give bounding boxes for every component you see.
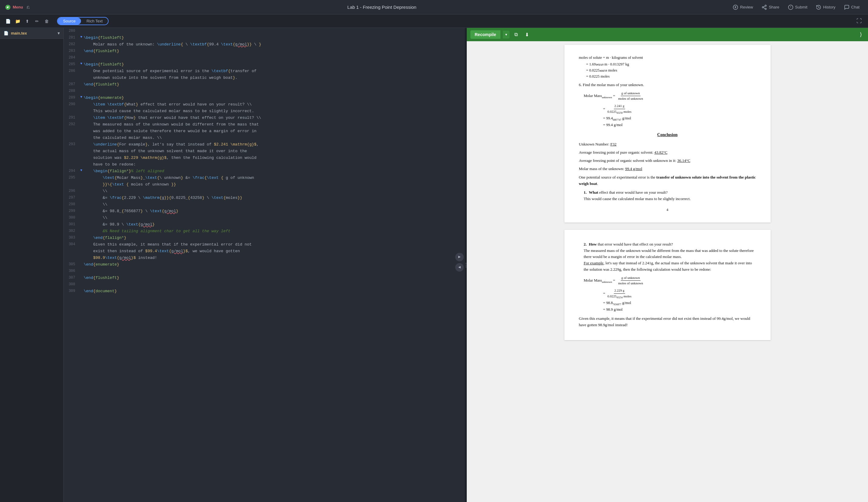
- preview-panel: Recompile ▾ ⧉ ⬇ ⟩ moles of solute = m · …: [467, 28, 868, 502]
- chevron-down-icon: ▾: [58, 31, 60, 35]
- submit-icon: [788, 4, 793, 10]
- moles-calculations: = 1.69₃₆₂₁₈ m · 0.013297 kg = 0.0225₄₃₂₅…: [586, 61, 756, 80]
- table-row: 302 &% Need tailing alignment char to ge…: [64, 228, 465, 234]
- table-row: 287 \end{flushleft}: [64, 81, 465, 88]
- molar-mass-equation-2: Molar Massunknown = g of unknown moles o…: [584, 275, 756, 286]
- app-logo[interactable]: Menu: [5, 4, 23, 10]
- undo-icon[interactable]: ⎌: [27, 4, 30, 10]
- file-name: main.tex: [11, 31, 27, 35]
- new-file-button[interactable]: 📄: [4, 17, 12, 25]
- table-row: 308: [64, 281, 465, 288]
- editor-nav-right[interactable]: ▶: [455, 253, 464, 261]
- table-row: 297 &= \frac{2.229 \ \mathrm{g}}{0.0225_…: [64, 195, 465, 201]
- preview-content[interactable]: moles of solute = m · kilograms of solve…: [467, 41, 868, 502]
- table-row: 291 \item \textbf{How} that error would …: [64, 115, 465, 121]
- preview-toolbar: Recompile ▾ ⧉ ⬇ ⟩: [467, 28, 868, 41]
- item-2: 2. How that error would have that effect…: [584, 241, 756, 273]
- minimize-preview-button[interactable]: ⟩: [857, 30, 864, 39]
- molar-mass-equation: Molar Massunknown = g of unknown moles o…: [584, 91, 756, 102]
- table-row: 304 Given this example, it means that if…: [64, 241, 465, 248]
- table-row: 285 ▼ \begin{flushleft}: [64, 61, 465, 68]
- table-row: This would cause the calculated molar ma…: [64, 108, 465, 115]
- recompile-dropdown[interactable]: ▾: [503, 31, 509, 39]
- editor-content: 280 281 ▼ \begin{flushleft} 282 Molar ma…: [64, 28, 465, 295]
- avg-freezing-unknown-line: Average freezing point of organic solven…: [579, 158, 756, 164]
- molar-calc-lines-2: = 2.229 g0.022543254 moles = 98.87656877…: [603, 288, 756, 313]
- table-row: 286 One potential source of experimental…: [64, 68, 465, 75]
- table-row: the calculated molar mass. \\: [64, 135, 465, 141]
- chat-button[interactable]: Chat: [840, 3, 863, 12]
- source-tab[interactable]: Source: [58, 18, 81, 24]
- table-row: $98.9\text{g/mol}$ instead!: [64, 255, 465, 261]
- table-row: 307 \end{flushleft}: [64, 275, 465, 281]
- table-row: unknown solute into the solvent from the…: [64, 75, 465, 81]
- overleaf-icon: [5, 4, 11, 10]
- main-area: 📄 main.tex ▾ 280 281 ▼ \begin{flushleft}…: [0, 28, 868, 502]
- expand-editor-button[interactable]: ⛶: [854, 17, 864, 25]
- share-icon: [762, 4, 767, 10]
- calc-line: = 0.0225 moles: [586, 73, 756, 80]
- history-button[interactable]: History: [812, 3, 839, 12]
- upload-button[interactable]: ⬆: [23, 17, 32, 25]
- conclusion-title: Conclusion: [579, 132, 756, 138]
- editor-nav-left[interactable]: ◀: [455, 263, 464, 272]
- rich-text-tab[interactable]: Rich Text: [81, 18, 108, 24]
- molar-calc-lines: = 2.241 g0.022543258 moles = 99.46887747…: [603, 103, 756, 128]
- table-row: 301 &= 98.9 \ \text{g/mol}: [64, 221, 465, 228]
- table-row: 305 \end{enumerate}: [64, 261, 465, 268]
- submit-button[interactable]: Submit: [784, 3, 811, 12]
- copy-preview-button[interactable]: ⧉: [512, 30, 520, 39]
- item-1: 1. What effect that error would have on …: [584, 189, 756, 202]
- table-row: exist then instead of $99.4\text{g/mol}$…: [64, 248, 465, 255]
- svg-point-2: [765, 5, 766, 6]
- delete-button[interactable]: 🗑: [42, 17, 51, 25]
- editor-toolbar: 📄 📁 ⬆ ✏ 🗑 Source Rich Text ⛶: [0, 14, 868, 28]
- table-row: the actual mass of the unknown solvent t…: [64, 148, 465, 155]
- chat-icon: [844, 4, 849, 10]
- code-editor[interactable]: 280 281 ▼ \begin{flushleft} 282 Molar ma…: [64, 28, 465, 502]
- history-icon: [816, 4, 821, 10]
- svg-point-4: [765, 8, 766, 10]
- table-row: 299 &= 98.8_{7656877} \ \text{g/mol}: [64, 208, 465, 215]
- table-row: 300 \\: [64, 215, 465, 221]
- moles-line-1: moles of solute = m · kilograms of solve…: [579, 54, 756, 61]
- share-button[interactable]: Share: [758, 3, 783, 12]
- find-molar-label: 6. Find the molar mass of your unknown.: [579, 82, 756, 88]
- source-rich-toggle: Source Rich Text: [57, 17, 108, 25]
- page-title: Lab 1 - Freezing Point Depression: [34, 4, 729, 10]
- menu-label[interactable]: Menu: [13, 5, 23, 9]
- molar-mass-unknown-line: Molar mass of the unknown: 99.4 g/mol: [579, 166, 756, 172]
- table-row: 293 \underline{For example}, let's say t…: [64, 141, 465, 148]
- table-row: was added to the solute therefore there …: [64, 128, 465, 135]
- conclusion-text-2: Given this example, it means that if the…: [579, 316, 756, 328]
- table-row: 280: [64, 28, 465, 34]
- table-row: 294 ▼ \begin{flalign*}% left aligned: [64, 168, 465, 175]
- table-row: 309 \end{document}: [64, 288, 465, 295]
- file-sidebar: 📄 main.tex ▾: [0, 28, 64, 502]
- table-row: 282 Molar mass of the unknown: \underlin…: [64, 41, 465, 48]
- download-preview-button[interactable]: ⬇: [523, 30, 531, 39]
- avg-freezing-pure-line: Average freezing point of pure organic s…: [579, 149, 756, 156]
- table-row: 288: [64, 88, 465, 95]
- top-nav: Menu ⎌ Lab 1 - Freezing Point Depression…: [0, 0, 868, 14]
- table-row: solution was $2.229 \mathrm{g}$, then th…: [64, 155, 465, 161]
- svg-point-3: [762, 6, 764, 8]
- edit-button[interactable]: ✏: [33, 17, 41, 25]
- recompile-button[interactable]: Recompile: [471, 30, 500, 39]
- table-row: 290 \item \textbf{What} effect that erro…: [64, 101, 465, 108]
- review-icon: [733, 4, 738, 10]
- table-row: }}\{\text { moles of unknown }}: [64, 181, 465, 188]
- error-source-text: One potential source of experimental err…: [579, 174, 756, 187]
- review-button[interactable]: Review: [729, 3, 757, 12]
- table-row: 306: [64, 268, 465, 275]
- tex-file-icon: 📄: [4, 31, 9, 35]
- table-row: have to be redone:: [64, 161, 465, 168]
- table-row: 292 The measured mass of the unknown wou…: [64, 121, 465, 128]
- calc-line: = 1.69₃₆₂₁₈ m · 0.013297 kg: [586, 61, 756, 67]
- table-row: 295 \text{Molar Mass}_\text{\ unknown} &…: [64, 175, 465, 181]
- main-tex-file[interactable]: 📄 main.tex ▾: [0, 28, 63, 39]
- nav-actions: Review Share Submit History Chat: [729, 3, 863, 12]
- table-row: 298 \\: [64, 201, 465, 208]
- open-folder-button[interactable]: 📁: [13, 17, 22, 25]
- unknown-number-line: Unknown Number: F32: [579, 141, 756, 148]
